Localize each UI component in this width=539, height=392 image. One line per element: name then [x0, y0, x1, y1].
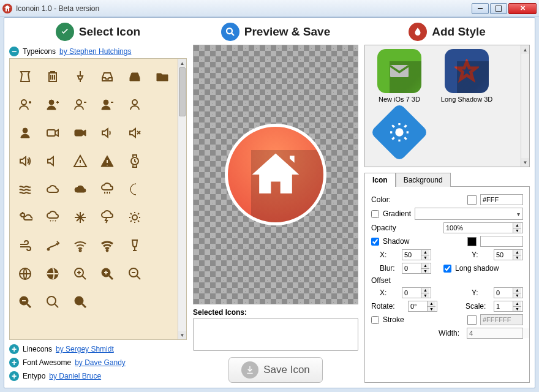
shadow-x-spinner[interactable]: ▲▼	[402, 249, 431, 260]
pack-linecons[interactable]: + Linecons by Sergey Shmidt	[9, 344, 187, 354]
user-remove-outline-icon[interactable]	[72, 97, 88, 113]
globe-outline-icon[interactable]	[17, 266, 33, 282]
wind-icon[interactable]	[17, 238, 33, 254]
shadow-checkbox[interactable]	[371, 238, 379, 246]
route-icon[interactable]	[45, 238, 61, 254]
style-long-shadow-3d[interactable]: Long Shadow 3D	[436, 49, 497, 103]
pack-entypo[interactable]: + Entypo by Daniel Bruce	[9, 371, 187, 381]
color-swatch[interactable]	[467, 195, 477, 205]
rain-icon[interactable]	[99, 181, 115, 197]
volume-mute-icon[interactable]	[127, 125, 143, 141]
tab-background[interactable]: Background	[396, 173, 451, 187]
rotate-spinner[interactable]: ▲▼	[408, 301, 437, 312]
pack-typeicons[interactable]: − Typeicons by Stephen Hutchings	[9, 47, 187, 56]
pack-author-link[interactable]: by Sergey Shmidt	[56, 345, 114, 353]
cloud-icon[interactable]	[72, 181, 88, 197]
inbox-solid-icon[interactable]	[127, 69, 143, 85]
user-icon[interactable]	[17, 125, 33, 141]
opacity-spinner[interactable]: ▲▼	[443, 222, 523, 233]
stroke-checkbox[interactable]	[371, 316, 379, 324]
save-icon-button[interactable]: Save Icon	[228, 357, 323, 383]
style-new-ios7-3d[interactable]: New iOs 7 3D	[369, 49, 430, 103]
cloud-outline-icon[interactable]	[45, 181, 61, 197]
blank-7	[154, 266, 170, 282]
expand-icon[interactable]: +	[9, 358, 19, 368]
stroke-width-spinner[interactable]: ▲▼	[467, 328, 523, 339]
style-diamond[interactable]	[369, 109, 430, 156]
wine-icon[interactable]	[127, 238, 143, 254]
folder-icon[interactable]	[154, 69, 170, 85]
shadow-y-spinner[interactable]: ▲▼	[494, 249, 523, 260]
scale-spinner[interactable]: ▲▼	[494, 301, 523, 312]
scroll-down-icon[interactable]: ▼	[521, 158, 529, 167]
selected-icons-box[interactable]	[193, 318, 358, 351]
blank-5	[154, 209, 170, 225]
search-icon[interactable]	[72, 294, 88, 310]
expand-icon[interactable]: +	[9, 344, 19, 354]
scroll-up-icon[interactable]: ▲	[521, 45, 529, 54]
zoom-out-outline-icon[interactable]	[127, 266, 143, 282]
search-outline-icon[interactable]	[45, 294, 61, 310]
camera-outline-icon[interactable]	[45, 125, 61, 141]
warning-outline-icon[interactable]	[72, 153, 88, 169]
pack-author-link[interactable]: by Daniel Bruce	[49, 372, 101, 380]
blur-spinner[interactable]: ▲▼	[402, 263, 431, 274]
longshadow-checkbox[interactable]	[443, 265, 451, 273]
zoom-in-icon[interactable]	[99, 266, 115, 282]
scroll-up-icon[interactable]: ▲	[178, 59, 186, 67]
moon-icon[interactable]	[127, 181, 143, 197]
scroll-down-icon[interactable]: ▼	[178, 331, 186, 339]
pack-author-link[interactable]: by Stephen Hutchings	[59, 47, 131, 56]
pack-fontawesome[interactable]: + Font Awesome by Dave Gandy	[9, 358, 187, 368]
svg-rect-6	[47, 130, 55, 136]
waves-icon[interactable]	[17, 181, 33, 197]
scroll-thumb[interactable]	[179, 67, 186, 116]
gradient-combo[interactable]: ▾	[415, 208, 523, 220]
user-remove-icon[interactable]	[99, 97, 115, 113]
partly-cloudy-icon[interactable]	[17, 209, 33, 225]
offset-y-spinner[interactable]: ▲▼	[494, 287, 523, 298]
svg-point-4	[132, 100, 137, 105]
shadow-label: Shadow	[383, 237, 409, 246]
user-add-outline-icon[interactable]	[17, 97, 33, 113]
pack-author-link[interactable]: by Dave Gandy	[75, 358, 126, 367]
close-button[interactable]	[508, 3, 537, 14]
stroke-color-input[interactable]	[480, 314, 523, 325]
maximize-button[interactable]	[490, 3, 507, 14]
icon-grid-scrollbar[interactable]: ▲ ▼	[178, 59, 186, 339]
zoom-in-outline-icon[interactable]	[72, 266, 88, 282]
minimize-button[interactable]	[472, 3, 489, 14]
shadow-color-input[interactable]	[480, 236, 523, 247]
user-add-icon[interactable]	[45, 97, 61, 113]
gradient-checkbox[interactable]	[371, 210, 379, 218]
snow-icon[interactable]	[45, 209, 61, 225]
pushpin-icon[interactable]	[72, 69, 88, 85]
wifi-icon[interactable]	[99, 238, 115, 254]
zoom-out-icon[interactable]	[17, 294, 33, 310]
inbox-icon[interactable]	[99, 69, 115, 85]
wifi-outline-icon[interactable]	[72, 238, 88, 254]
volume-low-icon[interactable]	[99, 125, 115, 141]
sun-icon[interactable]	[127, 209, 143, 225]
storm-icon[interactable]	[99, 209, 115, 225]
svg-point-20	[47, 296, 56, 305]
volume-high-icon[interactable]	[17, 153, 33, 169]
offset-x-spinner[interactable]: ▲▼	[402, 287, 431, 298]
watch-icon[interactable]	[127, 153, 143, 169]
color-input[interactable]	[480, 194, 523, 205]
globe-icon[interactable]	[45, 266, 61, 282]
snowflake-icon[interactable]	[72, 209, 88, 225]
expand-icon[interactable]: +	[9, 371, 19, 381]
trash-icon[interactable]	[45, 69, 61, 85]
shadow-color-swatch[interactable]	[467, 237, 477, 246]
camera-icon[interactable]	[72, 125, 88, 141]
warning-icon[interactable]	[99, 153, 115, 169]
styles-scrollbar[interactable]: ▲ ▼	[521, 45, 529, 167]
user-outline-icon[interactable]	[127, 97, 143, 113]
volume-icon[interactable]	[45, 153, 61, 169]
stroke-color-swatch[interactable]	[467, 315, 477, 325]
tab-icon[interactable]: Icon	[364, 173, 396, 187]
collapse-icon[interactable]: −	[9, 47, 19, 56]
pin-icon[interactable]	[17, 69, 33, 85]
check-circle-icon	[56, 23, 74, 41]
